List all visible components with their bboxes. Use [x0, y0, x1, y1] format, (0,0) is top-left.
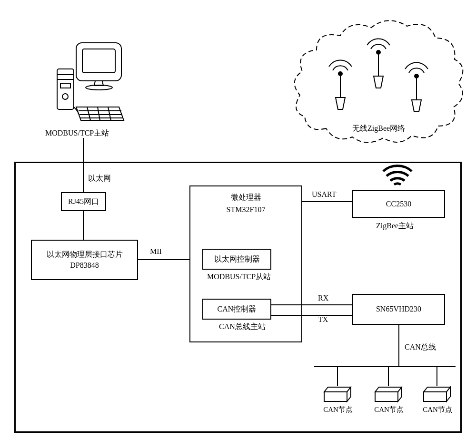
eth-controller-box: 以太网控制器: [202, 249, 271, 270]
line-can-bus-h: [314, 366, 456, 367]
svg-rect-6: [60, 83, 70, 88]
can-controller-text: CAN控制器: [218, 304, 257, 314]
zigbee-cloud-label: 无线ZigBee网络: [352, 124, 405, 134]
svg-rect-22: [424, 392, 446, 401]
rx-label: RX: [318, 294, 328, 302]
line-rj45-to-phy: [83, 211, 84, 240]
svg-rect-21: [375, 392, 398, 401]
svg-point-16: [377, 50, 380, 54]
can-controller-box: CAN控制器: [202, 299, 271, 320]
mcu-line2: STM32F107: [192, 204, 299, 216]
can-node-2-label: CAN节点: [370, 405, 408, 414]
can-node-1: [320, 386, 355, 403]
line-rx: [271, 304, 352, 305]
svg-point-7: [62, 94, 68, 99]
line-can-stub-3: [436, 366, 437, 386]
line-can-bus-v: [398, 325, 399, 366]
line-pc-to-rj45: [83, 138, 84, 192]
modbus-master-label: MODBUS/TCP主站: [45, 128, 109, 138]
line-phy-to-mcu: [138, 259, 189, 260]
can-node-3-label: CAN节点: [418, 405, 456, 414]
rj45-box: RJ45网口: [61, 192, 106, 211]
phy-chip-line1: 以太网物理层接口芯片: [47, 249, 123, 260]
svg-point-14: [338, 72, 342, 76]
can-transceiver-box: SN65VHD230: [352, 294, 445, 325]
can-node-1-label: CAN节点: [319, 405, 357, 414]
ethernet-label: 以太网: [88, 174, 111, 184]
eth-controller-sublabel: MODBUS/TCP从站: [207, 272, 271, 282]
eth-controller-text: 以太网控制器: [214, 254, 260, 264]
can-node-2: [371, 386, 406, 403]
can-controller-sublabel: CAN总线主站: [219, 322, 266, 332]
svg-rect-20: [324, 392, 347, 401]
zigbee-master-label: ZigBee主站: [376, 221, 414, 231]
computer-icon: [50, 40, 126, 124]
line-can-stub-1: [337, 366, 338, 386]
line-can-stub-2: [388, 366, 389, 386]
svg-point-18: [415, 74, 418, 78]
line-tx: [271, 315, 352, 316]
wifi-icon: [381, 157, 414, 190]
can-node-3: [420, 386, 454, 403]
phy-chip-box: 以太网物理层接口芯片 DP83848: [31, 240, 138, 280]
can-transceiver-text: SN65VHD230: [376, 304, 421, 314]
mii-label: MII: [150, 247, 162, 256]
line-usart: [302, 201, 352, 202]
cc2530-box: CC2530: [352, 190, 445, 218]
can-bus-label: CAN总线: [405, 342, 436, 352]
tx-label: TX: [318, 315, 328, 324]
cc2530-text: CC2530: [386, 199, 411, 209]
mcu-line1: 微处理器: [192, 191, 299, 204]
svg-rect-1: [82, 49, 115, 73]
phy-chip-line2: DP83848: [70, 260, 99, 271]
usart-label: USART: [312, 190, 337, 199]
rj45-text: RJ45网口: [68, 196, 99, 207]
